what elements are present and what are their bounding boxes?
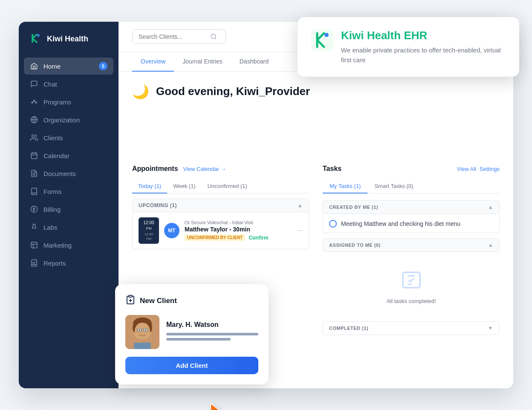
filter-tab-unconfirmed[interactable]: Unconfirmed (1) [202,179,253,193]
greeting-section: 🌙 Good evening, Kiwi_Provider [132,84,500,152]
documents-icon [30,169,38,178]
greeting: 🌙 Good evening, Kiwi_Provider [132,84,500,100]
svg-line-42 [136,330,137,330]
calendar-label: Calendar [43,152,69,159]
sidebar-item-reports[interactable]: Reports [24,254,113,271]
appt-period: PM [142,226,156,231]
kiwi-logo-icon [29,32,43,46]
sidebar: Kiwi Health Home 5 [19,22,119,388]
svg-rect-22 [185,221,188,224]
sidebar-item-labs[interactable]: Labs [24,219,113,236]
greeting-text: Good evening, Kiwi_Provider [156,85,310,98]
client-name: Mary. H. Watson [166,321,258,329]
forms-label: Forms [43,188,62,195]
new-client-card: New Client [115,284,269,384]
svg-marker-21 [188,222,189,224]
home-label: Home [43,63,61,70]
unconfirmed-badge: UNCONFIRMED BY CLIENT [185,234,245,241]
sidebar-item-clients[interactable]: Clients [24,129,113,146]
svg-rect-26 [129,295,132,297]
client-photo [125,315,159,349]
client-info-bar-2 [166,338,231,341]
search-input[interactable] [139,33,207,40]
svg-rect-24 [311,29,333,51]
sidebar-item-home[interactable]: Home 5 [24,58,113,75]
collapse-created-icon[interactable]: ▲ [488,204,493,210]
assigned-to-me-label: ASSIGNED TO ME (0) [329,243,381,248]
task-text: Meeting Matthew and checking his diet me… [341,220,460,227]
sidebar-logo-text: Kiwi Health [47,35,88,43]
view-all-link[interactable]: View All [457,166,476,172]
sidebar-navigation: Home 5 Chat Pro [19,58,119,271]
sidebar-item-calendar[interactable]: Calendar [24,147,113,164]
appointment-type: Secure Videochat - Initial Visit [185,220,292,225]
tasks-title: Tasks [323,165,341,173]
reports-icon [30,259,38,267]
tasks-completed-icon [401,270,422,295]
sidebar-item-organization[interactable]: Organization [24,111,113,128]
svg-point-0 [37,34,40,37]
ehr-title-ehr: EHR [404,29,427,42]
ehr-title: Kiwi Health EHR [341,29,506,42]
task-filter-tabs: My Tasks (1) Smart Tasks (0) [323,179,500,193]
upcoming-header: UPCOMING (1) ▲ [132,199,309,212]
ehr-title-text: Kiwi Health [341,29,401,42]
billing-label: Billing [43,206,61,213]
created-by-me-header: CREATED BY ME (1) ▲ [323,200,500,214]
confirm-link[interactable]: Confirm [249,235,268,241]
sidebar-item-marketing[interactable]: Marketing [24,237,113,254]
ehr-description: We enable private practices to offer tec… [341,46,506,65]
organization-label: Organization [43,116,80,124]
sidebar-item-billing[interactable]: Billing [24,201,113,218]
svg-line-43 [147,330,148,330]
sidebar-item-documents[interactable]: Documents [24,165,113,182]
tasks-section: Tasks View All Settings My Tasks (1) Sma… [323,165,500,376]
organization-icon [30,115,38,124]
appointment-more-icon[interactable]: ··· [297,227,303,234]
appointment-name: Matthew Taylor - 30min [185,226,292,233]
home-badge: 5 [99,62,107,70]
new-client-icon [125,295,136,307]
sidebar-item-forms[interactable]: Forms [24,183,113,200]
tasks-actions: View All Settings [457,166,500,172]
programs-icon [30,98,38,106]
chat-icon [30,80,38,88]
svg-point-25 [324,33,329,37]
billing-icon [30,205,38,214]
client-info: Mary. H. Watson [166,321,258,343]
tasks-empty-state: All tasks completed! [323,253,500,321]
collapse-assigned-icon[interactable]: ▲ [488,242,493,248]
search-box[interactable] [132,29,226,44]
greeting-icon: 🌙 [132,84,149,100]
tab-overview[interactable]: Overview [132,52,174,72]
add-client-button[interactable]: Add Client [125,357,258,374]
task-filter-my-tasks[interactable]: My Tasks (1) [323,179,367,193]
appointment-avatar: MT [164,223,179,238]
svg-point-20 [211,34,216,39]
appointment-badges: UNCONFIRMED BY CLIENT Confirm [185,234,292,241]
sidebar-item-chat[interactable]: Chat [24,75,113,92]
tasks-settings-link[interactable]: Settings [480,166,500,172]
task-checkbox[interactable] [329,220,337,228]
videochat-icon [185,220,189,225]
completed-footer: COMPLETED (1) ▼ [323,321,500,335]
filter-tab-today[interactable]: Today (1) [132,179,167,193]
new-client-body: Mary. H. Watson [125,315,258,349]
task-item: Meeting Matthew and checking his diet me… [323,215,500,233]
collapse-appointments-icon[interactable]: ▲ [298,202,303,208]
documents-label: Documents [43,170,76,177]
labs-label: Labs [43,224,58,231]
sidebar-logo[interactable]: Kiwi Health [19,32,119,58]
filter-tab-week[interactable]: Week (1) [167,179,202,193]
client-info-bar-1 [166,333,258,335]
sidebar-item-programs[interactable]: Programs [24,93,113,110]
task-filter-smart-tasks[interactable]: Smart Tasks (0) [367,179,420,193]
appt-time-to: 12:30PM [142,232,156,241]
appointment-card: 12:00 PM 12:30PM MT Secure Videochat - I… [132,212,309,250]
appointment-info: Secure Videochat - Initial Visit Matthew… [185,220,292,241]
search-icon [210,33,217,40]
view-calendar-link[interactable]: View Calendar → [183,166,226,172]
collapse-completed-icon[interactable]: ▼ [488,325,493,331]
tab-dashboard[interactable]: Dashboard [231,52,278,72]
tab-journal[interactable]: Journal Entries [174,52,231,72]
